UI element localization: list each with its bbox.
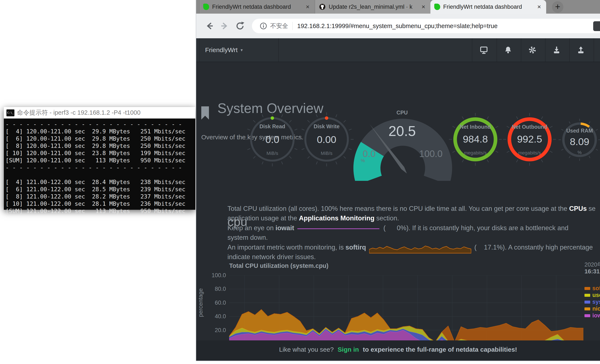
host-name: FriendlyWrt (205, 46, 238, 54)
legend-label: use (592, 292, 600, 299)
gauge-cpu-value: 20.5 (370, 123, 434, 139)
bell-icon[interactable] (503, 45, 513, 55)
cpu-paragraph-line-3: Keep an eye on iowait (0%). If it is con… (227, 224, 568, 234)
cmd-icon: C:\_ (6, 109, 14, 116)
cpu-chart[interactable] (229, 275, 583, 344)
legend-item-use[interactable]: use (584, 292, 600, 299)
netdata-page: FriendlyWrt ▾ (196, 38, 600, 361)
reload-button[interactable] (234, 20, 246, 32)
terminal-title: 命令提示符 - iperf3 -c 192.168.1.2 -P4 -t1000 (17, 109, 141, 117)
ytick-80.0: 80.0 (206, 286, 226, 292)
softirq-sparkline (369, 244, 471, 254)
ytick-60.0: 60.0 (206, 299, 226, 306)
signin-banner: Like what you see? Sign in to experience… (196, 340, 600, 361)
close-tab-icon[interactable]: × (420, 3, 427, 10)
gauge-cpu-label: CPU (370, 110, 434, 116)
new-tab-button[interactable]: + (552, 1, 563, 13)
gauge-used-ram-unit: % (548, 150, 600, 155)
legend-item-nice[interactable]: nice (584, 306, 600, 312)
import-icon[interactable] (552, 45, 561, 55)
banner-text-bold: to experience the full-range of netdata … (363, 346, 517, 353)
legend-chip (584, 314, 590, 317)
legend-item-sys[interactable]: sys (584, 299, 600, 305)
gauge-cpu-unit: % (331, 158, 395, 163)
applications-monitoring-link[interactable]: Applications Monitoring (299, 215, 375, 222)
legend-label: nice (592, 306, 600, 312)
legend-chip (584, 294, 590, 297)
netdata-header: FriendlyWrt ▾ (196, 38, 600, 62)
browser-window: FriendlyWrt netdata dashboard × Update r… (196, 0, 600, 361)
tab-netdata-2-active[interactable]: FriendlyWrt netdata dashboard × (431, 0, 546, 14)
tab-github[interactable]: Update r2s_lean_minimal.yml · k × (315, 0, 431, 14)
terminal-window[interactable]: C:\_ 命令提示符 - iperf3 -c 192.168.1.2 -P4 -… (4, 107, 195, 210)
cpu-paragraph-line-1: Total CPU utilization (all cores). 100% … (227, 205, 596, 215)
legend-label: soft (592, 285, 600, 292)
extension-icon[interactable] (593, 21, 600, 31)
url-field[interactable]: 不安全 192.168.2.1:19999/#menu_system_subme… (252, 19, 600, 33)
close-tab-icon[interactable]: × (304, 3, 311, 10)
legend-chip (584, 301, 590, 304)
cpu-paragraph-line-2: application usage at the Applications Mo… (227, 215, 399, 224)
info-icon[interactable] (260, 22, 267, 30)
legend-chip (584, 287, 590, 290)
ytick-100.0: 100.0 (206, 272, 226, 279)
gauge-used-ram-label: Used RAM (548, 128, 600, 134)
gauge-cpu[interactable] (349, 106, 459, 181)
banner-text: Like what you see? (279, 346, 334, 353)
back-button[interactable] (203, 20, 215, 32)
sign-in-link[interactable]: Sign in (338, 346, 359, 353)
export-icon[interactable] (576, 45, 586, 55)
forward-button[interactable] (219, 20, 231, 32)
gauge-used-ram-value: 8.09 (548, 136, 600, 148)
tab-label: FriendlyWrt netdata dashboard (443, 4, 533, 10)
tab-strip: FriendlyWrt netdata dashboard × Update r… (196, 0, 600, 14)
screen: C:\_ 命令提示符 - iperf3 -c 192.168.1.2 -P4 -… (0, 0, 600, 364)
chart-time: 16:31:2 (584, 268, 600, 275)
gauge-cpu-max: 100.0 (399, 149, 463, 159)
tab-netdata-1[interactable]: FriendlyWrt netdata dashboard × (199, 0, 315, 14)
iowait-value: 0 (385, 224, 400, 232)
terminal-titlebar[interactable]: C:\_ 命令提示符 - iperf3 -c 192.168.1.2 -P4 -… (4, 107, 195, 119)
github-icon (319, 3, 326, 10)
security-label[interactable]: 不安全 (270, 22, 288, 30)
legend-item-iow[interactable]: iow (584, 312, 600, 319)
legend-item-soft[interactable]: soft (584, 285, 600, 292)
address-bar: 不安全 192.168.2.1:19999/#menu_system_subme… (196, 14, 600, 38)
legend-chip (584, 308, 590, 310)
tab-label: Update r2s_lean_minimal.yml · k (329, 4, 417, 10)
softirq-value: 17.1 (477, 243, 497, 251)
window-bottom-edge (196, 361, 600, 361)
terminal-body[interactable]: - - - - - - - - - - - - - - - - - - - - … (4, 119, 195, 210)
legend-label: iow (592, 312, 600, 319)
cpu-paragraph-line-4: system down. (227, 234, 268, 243)
cpu-paragraph-line-5: An important metric worth monitoring, is… (227, 243, 593, 253)
cpu-paragraph-line-6: indicate network driver issues. (227, 253, 316, 263)
bookmark-icon (201, 106, 209, 120)
host-dropdown[interactable]: FriendlyWrt ▾ (205, 38, 243, 62)
monitor-icon[interactable] (479, 45, 488, 55)
ytick-20.0: 20.0 (206, 327, 226, 334)
gear-icon[interactable] (528, 45, 537, 55)
netdata-icon (203, 4, 209, 10)
cpus-link[interactable]: CPUs (569, 205, 587, 212)
tab-label: FriendlyWrt netdata dashboard (212, 4, 301, 10)
chevron-down-icon: ▾ (241, 47, 243, 53)
iowait-sparkline (297, 226, 380, 231)
ytick-40.0: 40.0 (206, 313, 226, 320)
gauge-cpu-min: 0.0 (337, 149, 401, 159)
url-text[interactable]: 192.168.2.1:19999/#menu_system_submenu_c… (297, 23, 498, 29)
netdata-icon (434, 4, 440, 10)
chart-date: 2020年3 (584, 261, 600, 269)
terminal-output: - - - - - - - - - - - - - - - - - - - - … (6, 121, 194, 215)
close-tab-icon[interactable]: × (536, 3, 542, 10)
chart-title: Total CPU utilization (system.cpu) (229, 262, 328, 269)
chart-ylabel: percentage (197, 288, 204, 317)
legend-label: sys (592, 299, 600, 305)
